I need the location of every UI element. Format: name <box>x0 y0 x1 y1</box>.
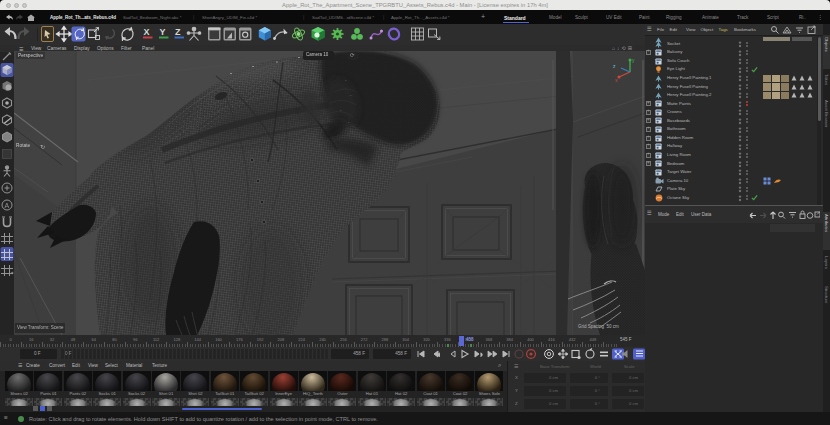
svg-text:Y: Y <box>160 27 166 37</box>
svg-text:X: X <box>144 27 150 37</box>
svg-text:Z: Z <box>175 27 181 37</box>
svg-text:x: x <box>615 77 618 82</box>
svg-text:z: z <box>613 63 616 69</box>
svg-text:A: A <box>5 202 10 209</box>
svg-text:y: y <box>632 57 635 63</box>
